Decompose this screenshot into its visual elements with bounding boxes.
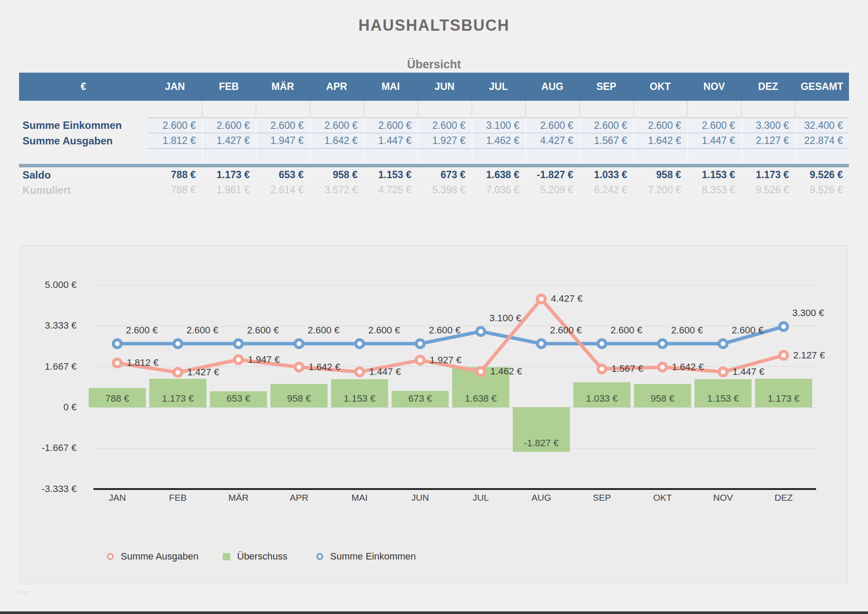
spacer-cell (525, 149, 579, 164)
spacer-cell (741, 149, 795, 164)
kumuliert-row-label: Kumuliert (19, 182, 148, 198)
income-point-label: 2.600 € (368, 325, 400, 336)
kumuliert-row-cell: 9.526 € (795, 182, 849, 198)
spacer-cell (256, 149, 310, 164)
income-point-marker (295, 340, 303, 348)
spacer-cell (148, 101, 202, 118)
expense-row-cell: 22.874 € (795, 133, 849, 149)
column-header-month: JAN (148, 73, 202, 101)
expense-point-label: 1.567 € (611, 363, 643, 374)
saldo-row-cell: 1.173 € (202, 167, 256, 182)
income-point-label: 2.600 € (550, 325, 582, 336)
income-point-marker (174, 340, 182, 348)
spacer-cell (472, 149, 526, 164)
expense-row-cell: 1.447 € (363, 133, 418, 149)
kumuliert-row-cell: 788 € (148, 182, 202, 198)
expense-point-marker (780, 352, 788, 359)
spacer-cell (525, 101, 579, 118)
expense-point-label: 2.127 € (793, 350, 825, 361)
expense-point-label: 1.447 € (369, 366, 401, 377)
column-header-month: JUL (472, 73, 526, 101)
expense-point-label: 1.947 € (248, 354, 280, 365)
table-row (19, 149, 849, 164)
column-header-month: APR (310, 73, 364, 101)
kumuliert-row-cell: 5.398 € (418, 182, 472, 198)
spacer-cell (741, 101, 795, 118)
spacer-cell (687, 149, 741, 164)
income-row-cell: 32.400 € (795, 118, 849, 133)
spacer-cell (633, 149, 688, 164)
expense-point-marker (295, 363, 303, 371)
saldo-row-cell: 673 € (418, 167, 472, 182)
expense-row-cell: 4.427 € (525, 133, 579, 149)
income-point-label: 2.600 € (186, 325, 218, 336)
kumuliert-row-cell: 1.961 € (202, 182, 256, 198)
expense-row-cell: 1.947 € (256, 133, 310, 149)
expense-point-marker (113, 359, 121, 367)
expense-point-label: 1.927 € (430, 355, 461, 366)
saldo-row-cell: 1.638 € (472, 167, 526, 182)
column-header-month: AUG (525, 73, 579, 101)
expense-point-marker (598, 365, 606, 373)
column-header-month: DEZ (741, 73, 795, 101)
spacer-cell (363, 149, 418, 164)
expense-row-label: Summe Ausgaben (19, 133, 148, 149)
income-row-cell: 3.100 € (472, 118, 526, 133)
saldo-row-cell: 653 € (256, 167, 310, 182)
page-title: HAUSHALTSBUCH (0, 16, 868, 35)
income-point-label: 2.600 € (308, 325, 339, 336)
spacer-cell (363, 101, 418, 118)
income-point-marker (598, 340, 606, 348)
saldo-row-cell: 958 € (633, 167, 688, 182)
spacer-cell (795, 149, 849, 164)
saldo-row-cell: 958 € (310, 167, 364, 182)
expense-row-cell: 1.642 € (310, 133, 364, 149)
spacer-cell (148, 149, 202, 164)
kumuliert-row-cell: 3.572 € (310, 182, 364, 198)
expense-point-marker (659, 363, 666, 371)
spacer-cell (418, 149, 472, 164)
spacer-cell (202, 149, 256, 164)
spacer-cell (687, 101, 741, 118)
table-separator (19, 164, 849, 167)
expense-row-cell: 1.427 € (202, 133, 256, 149)
income-point-marker (416, 340, 424, 348)
kumuliert-row-cell: 7.036 € (472, 182, 526, 198)
income-point-marker (113, 340, 121, 348)
column-header-month: MAI (363, 73, 418, 101)
expense-point-marker (719, 368, 727, 376)
saldo-row-cell: -1.827 € (525, 167, 579, 182)
expense-point-marker (416, 356, 424, 364)
saldo-row-cell: 788 € (148, 167, 202, 182)
table-row: €JANFEBMÄRAPRMAIJUNJULAUGSEPOKTNOVDEZGES… (19, 73, 849, 101)
x-axis-line (93, 488, 816, 490)
income-point-marker (356, 340, 363, 348)
income-point-label: 3.300 € (792, 307, 824, 319)
spacer-cell (472, 101, 526, 118)
spacer-cell (633, 101, 688, 118)
income-row-cell: 2.600 € (687, 118, 741, 133)
income-row-cell: 2.600 € (202, 118, 256, 133)
income-row-label: Summe Einkommen (19, 118, 148, 133)
column-header-total: GESAMT (795, 73, 849, 101)
saldo-row-label: Saldo (19, 167, 148, 182)
spacer-cell (256, 101, 310, 118)
income-point-label: 2.600 € (671, 325, 703, 336)
saldo-row-cell: 9.526 € (795, 167, 849, 182)
kumuliert-row-cell: 5.209 € (525, 182, 579, 198)
income-point-marker (235, 340, 242, 348)
income-point-marker (477, 328, 485, 336)
expense-point-marker (174, 368, 182, 376)
income-row-cell: 2.600 € (148, 118, 202, 133)
table-row: Summe Einkommen2.600 €2.600 €2.600 €2.60… (19, 118, 849, 133)
saldo-row-cell: 1.173 € (741, 167, 795, 182)
saldo-row-cell: 1.033 € (579, 167, 633, 182)
kumuliert-row-cell: 7.200 € (633, 182, 688, 198)
income-point-label: 2.600 € (126, 325, 158, 336)
expense-point-label: 1.642 € (309, 361, 340, 373)
spacer-cell (795, 101, 849, 118)
saldo-row-cell: 1.153 € (687, 167, 741, 182)
income-point-label: 2.600 € (429, 325, 460, 336)
income-row-cell: 3.300 € (741, 118, 795, 133)
spacer-cell (310, 149, 364, 164)
